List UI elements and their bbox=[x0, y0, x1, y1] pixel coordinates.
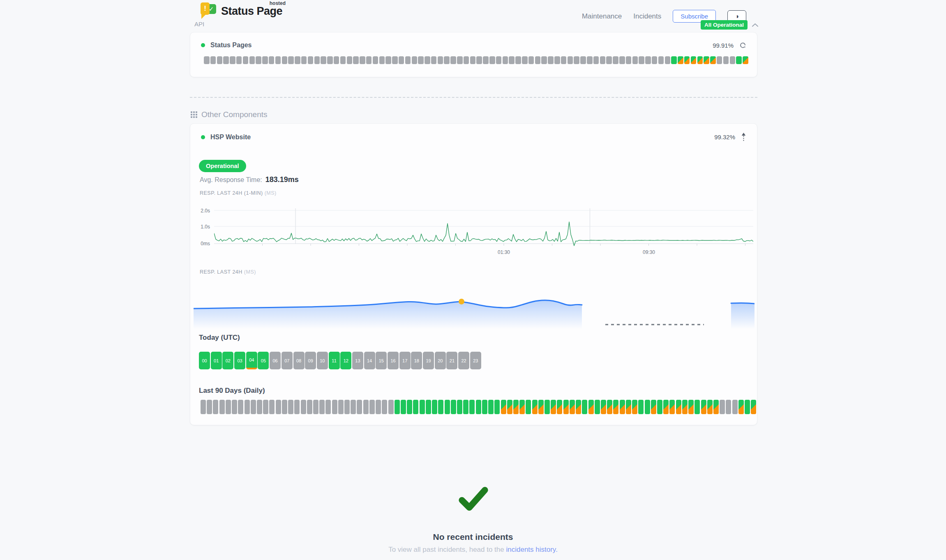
uptime-day-bar[interactable] bbox=[210, 56, 216, 64]
daily-uptime-bar[interactable] bbox=[269, 400, 275, 414]
hour-block-19[interactable]: 19 bbox=[423, 352, 434, 369]
uptime-day-bar[interactable] bbox=[632, 56, 638, 64]
uptime-day-bar[interactable] bbox=[385, 56, 391, 64]
daily-uptime-bar[interactable] bbox=[688, 400, 694, 414]
hour-block-23[interactable]: 23 bbox=[470, 352, 481, 369]
daily-uptime-bar[interactable] bbox=[463, 400, 468, 414]
hour-block-06[interactable]: 06 bbox=[270, 352, 281, 369]
daily-uptime-bar[interactable] bbox=[707, 400, 713, 414]
daily-uptime-bar[interactable] bbox=[201, 400, 206, 414]
hour-block-13[interactable]: 13 bbox=[352, 352, 363, 369]
daily-uptime-bar[interactable] bbox=[369, 400, 375, 414]
uptime-day-bar[interactable] bbox=[243, 56, 249, 64]
hour-block-00[interactable]: 00 bbox=[199, 352, 210, 369]
uptime-day-bar[interactable] bbox=[736, 56, 742, 64]
app-logo[interactable]: ✓ ! hosted Status Page bbox=[201, 2, 282, 21]
daily-uptime-bar[interactable] bbox=[701, 400, 706, 414]
uptime-day-bar[interactable] bbox=[236, 56, 242, 64]
daily-uptime-bar[interactable] bbox=[338, 400, 344, 414]
daily-uptime-bar[interactable] bbox=[395, 400, 400, 414]
uptime-day-bar[interactable] bbox=[301, 56, 307, 64]
uptime-day-bar[interactable] bbox=[457, 56, 463, 64]
daily-uptime-bar[interactable] bbox=[319, 400, 325, 414]
daily-uptime-bar[interactable] bbox=[563, 400, 569, 414]
uptime-day-bar[interactable] bbox=[347, 56, 353, 64]
daily-uptime-bar[interactable] bbox=[420, 400, 425, 414]
hour-block-03[interactable]: 03 bbox=[234, 352, 245, 369]
uptime-day-bar[interactable] bbox=[671, 56, 677, 64]
daily-uptime-bar[interactable] bbox=[582, 400, 587, 414]
daily-uptime-bar[interactable] bbox=[245, 400, 250, 414]
uptime-day-bar[interactable] bbox=[405, 56, 411, 64]
daily-uptime-bar[interactable] bbox=[488, 400, 494, 414]
daily-uptime-bar[interactable] bbox=[451, 400, 456, 414]
daily-uptime-bar[interactable] bbox=[501, 400, 506, 414]
uptime-day-bar[interactable] bbox=[230, 56, 235, 64]
daily-uptime-bar[interactable] bbox=[751, 400, 756, 414]
hour-block-15[interactable]: 15 bbox=[376, 352, 387, 369]
uptime-day-bar[interactable] bbox=[223, 56, 229, 64]
uptime-day-bar[interactable] bbox=[626, 56, 632, 64]
uptime-day-bar[interactable] bbox=[295, 56, 300, 64]
daily-uptime-bar[interactable] bbox=[682, 400, 688, 414]
daily-uptime-bar[interactable] bbox=[607, 400, 612, 414]
uptime-day-bar[interactable] bbox=[697, 56, 703, 64]
uptime-day-bar[interactable] bbox=[723, 56, 729, 64]
hour-block-18[interactable]: 18 bbox=[411, 352, 422, 369]
daily-uptime-bar[interactable] bbox=[413, 400, 418, 414]
daily-uptime-bar[interactable] bbox=[457, 400, 462, 414]
uptime-day-bar[interactable] bbox=[678, 56, 683, 64]
uptime-day-bar[interactable] bbox=[262, 56, 268, 64]
daily-uptime-bar[interactable] bbox=[538, 400, 544, 414]
daily-uptime-bar[interactable] bbox=[632, 400, 637, 414]
daily-uptime-bar[interactable] bbox=[207, 400, 212, 414]
uptime-day-bar[interactable] bbox=[528, 56, 534, 64]
uptime-day-bar[interactable] bbox=[613, 56, 618, 64]
uptime-day-bar[interactable] bbox=[574, 56, 579, 64]
uptime-day-bar[interactable] bbox=[704, 56, 709, 64]
uptime-day-bar[interactable] bbox=[204, 56, 210, 64]
refresh-icon[interactable] bbox=[739, 42, 746, 48]
daily-uptime-bar[interactable] bbox=[713, 400, 719, 414]
hour-block-09[interactable]: 09 bbox=[305, 352, 316, 369]
daily-uptime-bar[interactable] bbox=[532, 400, 538, 414]
uptime-day-bar[interactable] bbox=[373, 56, 378, 64]
uptime-day-bar[interactable] bbox=[743, 56, 748, 64]
hour-block-11[interactable]: 11 bbox=[329, 352, 340, 369]
daily-uptime-bar[interactable] bbox=[325, 400, 331, 414]
daily-uptime-bar[interactable] bbox=[263, 400, 268, 414]
chevron-up-icon[interactable] bbox=[752, 23, 759, 27]
hour-block-16[interactable]: 16 bbox=[388, 352, 399, 369]
daily-uptime-bar[interactable] bbox=[601, 400, 606, 414]
uptime-day-bar[interactable] bbox=[600, 56, 606, 64]
uptime-day-bar[interactable] bbox=[476, 56, 482, 64]
resp-24h-chart[interactable] bbox=[194, 283, 754, 330]
uptime-day-bar[interactable] bbox=[418, 56, 424, 64]
uptime-day-bar[interactable] bbox=[379, 56, 385, 64]
nav-item-incidents[interactable]: Incidents bbox=[633, 12, 661, 21]
daily-uptime-bar[interactable] bbox=[507, 400, 512, 414]
daily-uptime-bar[interactable] bbox=[482, 400, 487, 414]
daily-uptime-bar[interactable] bbox=[363, 400, 369, 414]
daily-uptime-bar[interactable] bbox=[576, 400, 581, 414]
uptime-day-bar[interactable] bbox=[431, 56, 437, 64]
daily-uptime-bar[interactable] bbox=[307, 400, 312, 414]
daily-uptime-bar[interactable] bbox=[257, 400, 262, 414]
daily-uptime-bar[interactable] bbox=[288, 400, 293, 414]
hour-block-17[interactable]: 17 bbox=[399, 352, 411, 369]
uptime-day-bar[interactable] bbox=[217, 56, 223, 64]
daily-uptime-bar[interactable] bbox=[645, 400, 650, 414]
daily-uptime-bar[interactable] bbox=[376, 400, 381, 414]
uptime-day-bar[interactable] bbox=[645, 56, 651, 64]
uptime-day-bar[interactable] bbox=[412, 56, 418, 64]
hour-block-10[interactable]: 10 bbox=[317, 352, 328, 369]
daily-uptime-bar[interactable] bbox=[401, 400, 406, 414]
uptime-day-bar[interactable] bbox=[438, 56, 443, 64]
uptime-day-bar[interactable] bbox=[684, 56, 690, 64]
uptime-day-bar[interactable] bbox=[568, 56, 573, 64]
daily-uptime-bar[interactable] bbox=[726, 400, 731, 414]
uptime-day-bar[interactable] bbox=[489, 56, 495, 64]
daily-uptime-bar[interactable] bbox=[357, 400, 362, 414]
hour-block-14[interactable]: 14 bbox=[364, 352, 375, 369]
daily-uptime-bar[interactable] bbox=[494, 400, 500, 414]
